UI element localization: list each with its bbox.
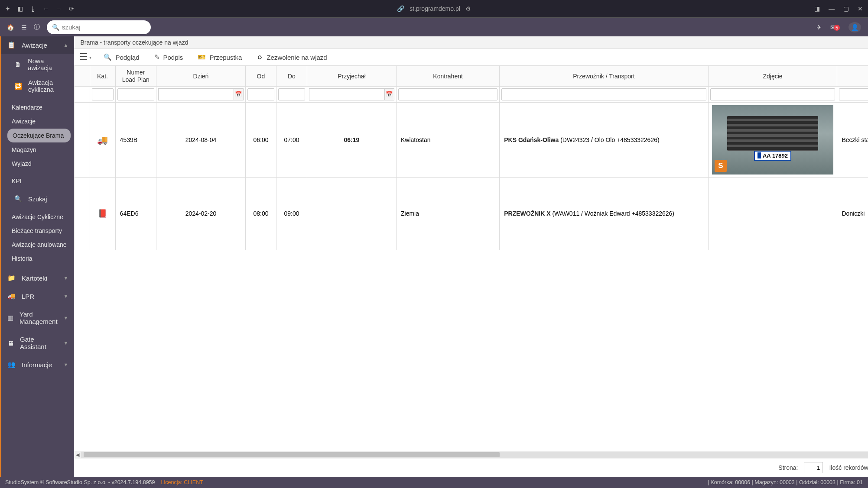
col-przyjechal[interactable]: Przyjechał xyxy=(307,66,396,87)
sidebar-sub-kpi[interactable]: KPI xyxy=(1,174,74,188)
filter-goods[interactable] xyxy=(839,88,868,100)
info-icon[interactable]: ⓘ xyxy=(34,23,40,31)
sidebar-item-label: Nowa awizacja xyxy=(28,58,68,71)
cell-dzien: 2024-08-04 xyxy=(156,102,245,177)
col-numer[interactable]: Numer Load Plan xyxy=(115,66,156,87)
cell-od: 06:00 xyxy=(245,102,276,177)
filter-kat[interactable] xyxy=(92,88,114,100)
sidebar-section-lpr[interactable]: 🚚 LPR ▼ xyxy=(1,287,74,305)
col-kat[interactable]: Kat. xyxy=(90,66,115,87)
sidebar-sub-kalendarze[interactable]: Kalendarze xyxy=(1,100,74,114)
cell-expand[interactable] xyxy=(75,177,90,250)
col-do[interactable]: Do xyxy=(276,66,307,87)
url-text[interactable]: st.programdemo.pl xyxy=(410,5,460,12)
sidebar-sub-biezace-transporty[interactable]: Bieżące transporty xyxy=(1,224,74,238)
przepustka-button[interactable]: 🎫 Przepustka xyxy=(195,52,244,63)
sidebar-item-nowa-awizacja[interactable]: 🗎 Nowa awizacja xyxy=(1,54,74,75)
cell-do: 09:00 xyxy=(276,177,307,250)
filter-dzien[interactable] xyxy=(158,88,234,100)
sidebar-item-awizacja-cykliczna[interactable]: 🔁 Awizacja cykliczna xyxy=(1,75,74,97)
col-kontrahent[interactable]: Kontrahent xyxy=(396,66,499,87)
sidebar-section-kartoteki[interactable]: 📁 Kartoteki ▼ xyxy=(1,269,74,287)
table-row[interactable]: 📕64ED62024-02-2008:0009:00ZiemiaPRZEWOŹN… xyxy=(75,177,868,250)
badge-icon: 🎫 xyxy=(198,53,206,61)
cell-zdjecie: AA 17892S xyxy=(708,102,837,177)
sidebar-sub-wyjazd[interactable]: Wyjazd xyxy=(1,157,74,171)
cell-przewoznik: PRZEWOŹNIK X (WAW011 / Woźniak Edward +4… xyxy=(500,177,708,250)
filter-od[interactable] xyxy=(247,88,274,100)
global-search[interactable]: 🔍 xyxy=(47,20,151,34)
forward-icon[interactable]: → xyxy=(56,5,62,12)
scroll-track[interactable] xyxy=(81,452,868,458)
horizontal-scrollbar[interactable]: ◀ ▶ xyxy=(74,451,868,458)
sidebar-section-informacje[interactable]: 👥 Informacje ▼ xyxy=(1,355,74,374)
back-icon[interactable]: ← xyxy=(43,5,49,12)
cell-goods: Doniczki xyxy=(837,177,868,250)
sidebar-section-awizacje[interactable]: 📋 Awizacje ▲ xyxy=(1,36,74,54)
podpis-button[interactable]: ✎ Podpis xyxy=(152,52,186,63)
grid-icon: ▦ xyxy=(7,314,13,322)
close-window-icon[interactable]: ✕ xyxy=(858,5,863,12)
cell-przewoznik: PKS Gdańsk-Oliwa (DW24323 / Olo Olo +485… xyxy=(500,102,708,177)
cell-kontrahent: Kwiatostan xyxy=(396,102,499,177)
col-dzien[interactable]: Dzień xyxy=(156,66,245,87)
filter-numer[interactable] xyxy=(117,88,154,100)
tune-icon[interactable]: ⚙ xyxy=(465,5,471,12)
menu-button[interactable]: ☰ ▾ xyxy=(79,52,91,63)
action-label: Podgląd xyxy=(115,54,139,61)
cell-przyjechal: 06:19 xyxy=(344,136,360,143)
zezwolenie-button[interactable]: ⭘ Zezwolenie na wjazd xyxy=(254,52,329,63)
refresh-icon[interactable]: ⟳ xyxy=(69,5,74,12)
user-avatar-icon[interactable]: 👤 xyxy=(848,22,861,32)
sidebar-sub-awizacje-cykliczne[interactable]: Awizacje Cykliczne xyxy=(1,210,74,224)
filter-przyjechal[interactable] xyxy=(309,88,385,100)
breadcrumb: Brama - transporty oczekujące na wjazd xyxy=(74,36,868,49)
filter-przewoznik[interactable] xyxy=(501,88,706,100)
truck-photo[interactable]: AA 17892S xyxy=(712,105,833,175)
filter-do[interactable] xyxy=(278,88,305,100)
chevron-down-icon: ▼ xyxy=(64,340,68,346)
sidebar-sub-oczekujace-brama[interactable]: Oczekujące Brama xyxy=(7,129,71,142)
col-przewoznik[interactable]: Przewoźnik / Transport xyxy=(500,66,708,87)
sidebar-sub-magazyn[interactable]: Magazyn xyxy=(1,143,74,157)
sidebar-toggle-icon[interactable]: ◧ xyxy=(17,5,23,12)
pager-strona-input[interactable] xyxy=(804,462,823,473)
list-toggle-icon[interactable]: ☰ xyxy=(21,24,27,31)
sidebar-sub-awizacje-anulowane[interactable]: Awizacje anulowane xyxy=(1,238,74,252)
sidebar-sub-historia[interactable]: Historia xyxy=(1,252,74,265)
podglad-button[interactable]: 🔍 Podgląd xyxy=(101,52,142,63)
table-container[interactable]: Kat. Numer Load Plan Dzień Od Do Przyjec… xyxy=(74,66,868,451)
col-zdjecie[interactable]: Zdjęcie xyxy=(708,66,837,87)
sidebar-section-yard-management[interactable]: ▦ Yard Management ▼ xyxy=(1,305,74,330)
shield-icon[interactable]: ✦ xyxy=(5,5,10,12)
col-goods[interactable] xyxy=(837,66,868,87)
filter-kontrahent[interactable] xyxy=(398,88,497,100)
mail-icon[interactable]: ✉5 xyxy=(830,24,840,31)
sidebar-item-label: Kartoteki xyxy=(22,275,47,282)
footer-left: StudioSystem © SoftwareStudio Sp. z o.o.… xyxy=(5,479,155,485)
plane-icon[interactable]: ✈ xyxy=(816,24,822,31)
calendar-icon[interactable]: 📅 xyxy=(234,88,244,100)
calendar-red-icon: 📕 xyxy=(98,209,107,218)
group-icon: 👥 xyxy=(7,361,16,368)
minimize-icon[interactable]: — xyxy=(829,5,835,12)
calendar-icon[interactable]: 📅 xyxy=(385,88,394,100)
sidebar-section-gate-assistant[interactable]: 🖥 Gate Assistant ▼ xyxy=(1,330,74,355)
clipboard-icon: 📋 xyxy=(7,41,16,49)
scroll-thumb[interactable] xyxy=(84,452,500,457)
cell-expand[interactable] xyxy=(75,102,90,177)
sidebar-sub-awizacje[interactable]: Awizacje xyxy=(1,114,74,128)
scroll-left-icon[interactable]: ◀ xyxy=(74,452,81,458)
global-search-input[interactable] xyxy=(62,23,146,31)
chevron-down-icon: ▼ xyxy=(64,294,68,299)
download-icon[interactable]: ⭳ xyxy=(30,5,36,12)
col-expand[interactable] xyxy=(75,66,90,87)
home-icon[interactable]: 🏠 xyxy=(7,24,14,31)
sidebar-item-szukaj[interactable]: 🔍 Szukaj xyxy=(1,191,74,207)
maximize-icon[interactable]: ▢ xyxy=(843,5,849,12)
col-od[interactable]: Od xyxy=(245,66,276,87)
panel-icon[interactable]: ◨ xyxy=(814,5,820,12)
cell-do: 07:00 xyxy=(276,102,307,177)
table-row[interactable]: 🚚4539B2024-08-0406:0007:0006:19Kwiatosta… xyxy=(75,102,868,177)
filter-zdjecie[interactable] xyxy=(710,88,835,100)
